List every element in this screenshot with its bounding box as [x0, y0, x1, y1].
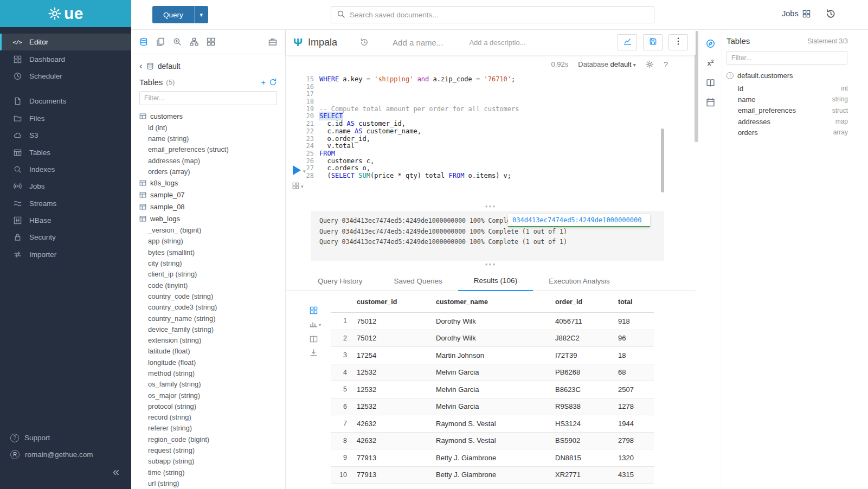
history-icon[interactable]	[826, 9, 836, 19]
assist-column[interactable]: country_code3 (string)	[131, 302, 285, 313]
right-active-table[interactable]: i default.customers	[726, 72, 868, 80]
resize-handle[interactable]: ●●●	[286, 204, 696, 209]
assist-column[interactable]: id (int)	[131, 122, 285, 133]
code-editor[interactable]: 15WHERE a.key = 'shipping' and a.zip_cod…	[286, 73, 696, 206]
sidebar-item-indexes[interactable]: Indexes	[0, 161, 131, 178]
assist-column[interactable]: app (string)	[131, 236, 285, 247]
assist-column[interactable]: country_code (string)	[131, 291, 285, 301]
assist-filter-input[interactable]	[139, 91, 277, 105]
assist-column[interactable]: city (string)	[131, 258, 285, 268]
functions-icon[interactable]: x2	[699, 55, 722, 71]
sitemap-icon[interactable]	[190, 37, 198, 46]
assist-column[interactable]: subapp (string)	[131, 456, 285, 467]
breadcrumb-database[interactable]: default	[158, 62, 181, 70]
execute-options-caret[interactable]: ▾	[303, 169, 306, 174]
documents-icon[interactable]	[156, 37, 165, 46]
sidebar-item-tables[interactable]: Tables	[0, 144, 131, 160]
assist-column[interactable]: referer (string)	[131, 423, 285, 434]
download-icon[interactable]	[310, 349, 321, 357]
assist-column[interactable]: name (string)	[131, 133, 285, 144]
results-column-header[interactable]: customer_name	[434, 298, 553, 306]
sidebar-collapse-button[interactable]: «	[113, 465, 119, 479]
back-chevron-icon[interactable]: ‹	[139, 61, 143, 70]
hue-logo[interactable]: ue	[0, 0, 131, 27]
refresh-icon[interactable]	[269, 78, 277, 86]
right-filter-input[interactable]	[726, 51, 847, 65]
assist-column[interactable]: os_family (string)	[131, 379, 285, 390]
language-docs-icon[interactable]	[699, 74, 722, 91]
assist-column[interactable]: bytes (smallint)	[131, 247, 285, 258]
chart-button[interactable]	[618, 34, 637, 50]
assist-column[interactable]: url (string)	[131, 478, 285, 488]
sidebar-item-user[interactable]: R romain@gethue.com	[0, 446, 131, 463]
assist-column[interactable]: email_preferences (struct)	[131, 144, 285, 155]
assist-column[interactable]: _version_ (bigint)	[131, 224, 285, 235]
right-column-item[interactable]: namestring	[726, 94, 868, 105]
results-column-header[interactable]: order_id	[553, 298, 616, 306]
assist-column[interactable]: protocol (string)	[131, 401, 285, 411]
sidebar-item-support[interactable]: ? Support	[0, 429, 131, 446]
sidebar-item-hbase[interactable]: HBase	[0, 212, 131, 229]
search-input[interactable]	[350, 11, 648, 19]
query-name-input[interactable]: Add a name...	[393, 38, 443, 47]
schedule-icon[interactable]	[699, 94, 722, 110]
sidebar-item-streams[interactable]: Streams	[0, 195, 131, 212]
grid-view-icon[interactable]	[310, 306, 321, 314]
assist-column[interactable]: orders (array)	[131, 166, 285, 177]
briefcase-icon[interactable]	[268, 37, 277, 46]
sidebar-item-security[interactable]: Security	[0, 229, 131, 246]
assistant-icon[interactable]	[699, 35, 722, 52]
assist-column[interactable]: latitude (float)	[131, 346, 285, 357]
sidebar-item-documents[interactable]: Documents	[0, 93, 131, 110]
assist-table-sample-07[interactable]: sample_07	[131, 189, 285, 201]
assist-column[interactable]: device_family (string)	[131, 324, 285, 334]
query-history-icon[interactable]	[360, 38, 369, 47]
assist-column[interactable]: record (string)	[131, 412, 285, 423]
query-dropdown-caret[interactable]: ▾	[194, 6, 208, 23]
right-column-item[interactable]: addressesmap	[726, 116, 868, 127]
assist-table-web-logs[interactable]: web_logs	[131, 213, 285, 224]
assist-table-sample-08[interactable]: sample_08	[131, 201, 285, 213]
tab-saved-queries[interactable]: Saved Queries	[378, 277, 458, 291]
add-table-icon[interactable]: +	[261, 78, 266, 87]
search-zoom-icon[interactable]	[173, 37, 182, 46]
format-selector[interactable]: ▾	[292, 182, 304, 191]
assist-column[interactable]: code (tinyint)	[131, 280, 285, 291]
tab-execution-analysis[interactable]: Execution Analysis	[533, 277, 626, 291]
execute-button[interactable]	[293, 165, 301, 175]
sidebar-item-editor[interactable]: </>Editor	[0, 34, 131, 50]
assist-column[interactable]: client_ip (string)	[131, 269, 285, 280]
results-column-header[interactable]: total	[616, 298, 654, 306]
sidebar-item-files[interactable]: Files	[0, 110, 131, 127]
database-selector[interactable]: Database default▾	[578, 60, 635, 68]
right-column-item[interactable]: idint	[726, 83, 868, 94]
sidebar-item-jobs[interactable]: Jobs	[0, 178, 131, 195]
editor-scrollbar[interactable]	[661, 128, 664, 192]
sidebar-item-s3[interactable]: S3	[0, 127, 131, 144]
query-description-input[interactable]: Add a descriptio...	[469, 38, 525, 47]
right-column-item[interactable]: ordersarray	[726, 127, 868, 138]
save-button[interactable]	[643, 34, 663, 50]
assist-column[interactable]: addresses (map)	[131, 155, 285, 166]
assist-column[interactable]: region_code (bigint)	[131, 434, 285, 445]
right-column-item[interactable]: email_preferencesstruct	[726, 105, 868, 116]
help-question-icon[interactable]: ?	[664, 60, 668, 69]
jobs-link[interactable]: Jobs	[782, 9, 811, 18]
query-button-label[interactable]: Query	[152, 6, 194, 23]
apps-grid-icon[interactable]	[207, 37, 215, 46]
assist-table-k8s-logs[interactable]: k8s_logs	[131, 177, 285, 189]
assist-column[interactable]: method (string)	[131, 368, 285, 378]
chart-view-icon[interactable]: ▾	[310, 320, 321, 330]
sidebar-item-scheduler[interactable]: Scheduler	[0, 68, 131, 85]
assist-table-customers[interactable]: customers	[131, 110, 285, 122]
assist-column[interactable]: time (string)	[131, 467, 285, 478]
assist-column[interactable]: longitude (float)	[131, 357, 285, 368]
tab-results-106[interactable]: Results (106)	[458, 276, 533, 291]
assist-column[interactable]: extension (string)	[131, 334, 285, 345]
results-column-header[interactable]: customer_id	[355, 298, 434, 306]
assist-column[interactable]: request (string)	[131, 445, 285, 455]
assist-column[interactable]: os_major (string)	[131, 390, 285, 401]
resize-handle[interactable]: ●●●	[286, 262, 696, 267]
sql-sources-icon[interactable]	[139, 37, 148, 46]
sidebar-item-importer[interactable]: Importer	[0, 246, 131, 263]
